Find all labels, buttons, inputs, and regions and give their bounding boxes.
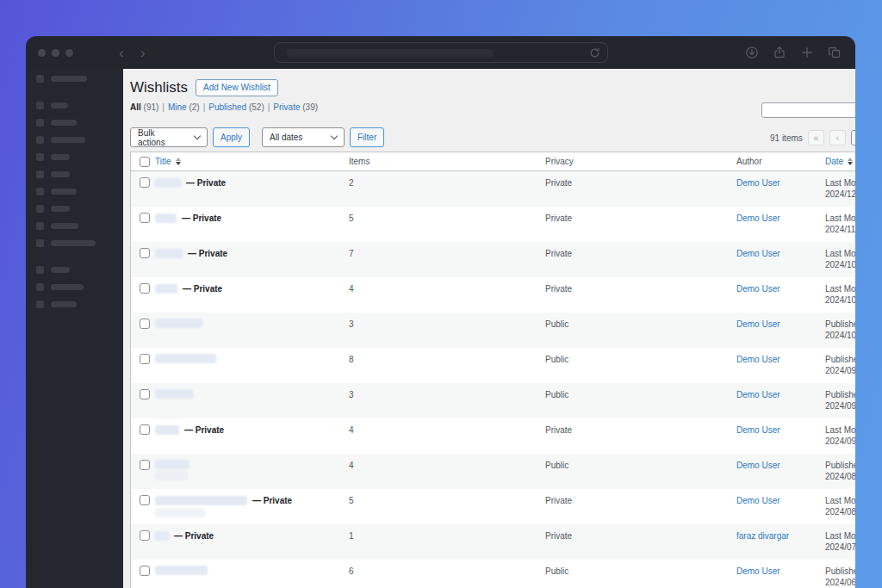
table-row: 3PublicDemo UserPublished2024/10/ (131, 313, 855, 348)
author-link[interactable]: Demo User (736, 566, 780, 576)
new-tab-icon[interactable] (800, 46, 814, 59)
row-checkbox[interactable] (140, 530, 150, 541)
wishlist-title-link[interactable] (155, 460, 349, 469)
row-checkbox[interactable] (140, 424, 150, 435)
row-checkbox[interactable] (140, 283, 150, 294)
prev-page-button[interactable]: ‹ (829, 130, 846, 145)
wishlist-title-link[interactable] (155, 319, 349, 328)
sidebar-menu-item[interactable] (26, 131, 123, 148)
author-cell: Demo User (736, 383, 825, 418)
menu-item-icon (36, 119, 44, 127)
wishlist-title-link[interactable]: — Private (155, 424, 349, 436)
bulk-actions-select[interactable]: Bulk actions (130, 127, 208, 147)
wishlist-title-link[interactable]: — Private (155, 495, 349, 506)
sidebar-menu-item[interactable] (26, 217, 123, 234)
row-checkbox[interactable] (140, 213, 150, 223)
wishlist-title-link[interactable] (155, 354, 349, 363)
post-state-private: — Private (182, 213, 221, 224)
filter-link-private[interactable]: Private (39) (273, 102, 318, 112)
reload-icon[interactable] (588, 46, 601, 63)
menu-item-label-placeholder (51, 154, 70, 160)
share-icon[interactable] (773, 46, 786, 59)
filter-label: Mine (168, 102, 187, 112)
author-link[interactable]: Demo User (736, 214, 780, 223)
sidebar-menu-item[interactable] (26, 200, 123, 217)
author-cell: Demo User (736, 171, 825, 207)
row-checkbox[interactable] (140, 248, 150, 258)
row-checkbox[interactable] (140, 354, 150, 364)
download-icon[interactable] (745, 46, 759, 59)
author-link[interactable]: Demo User (736, 496, 780, 505)
author-link[interactable]: faraz divargar (736, 531, 789, 541)
title-placeholder (155, 425, 179, 435)
menu-item-label-placeholder (51, 301, 77, 307)
tab-overview-icon[interactable] (828, 46, 842, 59)
filter-separator: | (203, 102, 206, 112)
wishlist-title-link[interactable]: — Private (155, 213, 349, 224)
forward-button[interactable]: › (140, 36, 146, 69)
first-page-button[interactable]: « (808, 130, 824, 145)
sidebar-menu-item[interactable] (26, 278, 123, 295)
sidebar-menu-item[interactable] (26, 183, 123, 200)
sidebar-menu-item[interactable] (26, 165, 123, 183)
column-header-date[interactable]: Date (825, 156, 853, 167)
window-control-dot[interactable] (65, 49, 73, 57)
row-checkbox[interactable] (140, 566, 150, 576)
wishlist-title-link[interactable] (155, 389, 349, 399)
date-filter-select[interactable]: All dates (262, 127, 345, 147)
wishlist-title-link[interactable]: — Private (155, 248, 349, 259)
sidebar-menu-item[interactable] (26, 70, 123, 87)
row-checkbox[interactable] (140, 389, 150, 399)
menu-item-icon (36, 266, 44, 274)
add-new-wishlist-button[interactable]: Add New Wishlist (196, 79, 278, 96)
sidebar-menu-item[interactable] (26, 261, 123, 278)
privacy-cell: Private (545, 524, 736, 560)
table-header-row: Title Items Privacy Author Date (131, 152, 855, 171)
row-checkbox[interactable] (140, 460, 150, 470)
date-cell: Published2024/08/ (825, 454, 855, 489)
author-link[interactable]: Demo User (736, 319, 780, 329)
search-input[interactable] (761, 102, 855, 118)
menu-item-icon (36, 239, 44, 247)
author-link[interactable]: Demo User (736, 390, 780, 399)
wishlist-title-link[interactable]: — Private (155, 530, 349, 542)
sidebar-menu-item[interactable] (26, 295, 123, 313)
wishlist-title-link[interactable]: — Private (155, 283, 349, 294)
column-header-title[interactable]: Title (155, 156, 181, 167)
address-bar[interactable] (274, 42, 608, 63)
privacy-cell: Private (545, 242, 736, 277)
filter-link-published[interactable]: Published (52) (208, 102, 264, 112)
sidebar-menu-item[interactable] (26, 96, 123, 114)
table-row: — Private5PrivateDemo UserLast Mod2024/0… (131, 489, 855, 524)
filter-link-mine[interactable]: Mine (2) (168, 102, 200, 112)
date-value: 2024/09/ (825, 400, 855, 412)
table-row: — Private7PrivateDemo UserLast Mod2024/1… (131, 242, 855, 277)
wishlist-title-link[interactable] (155, 566, 349, 575)
sidebar-menu-item[interactable] (26, 114, 123, 131)
sidebar-menu-item[interactable] (26, 234, 123, 251)
author-link[interactable]: Demo User (736, 461, 780, 470)
filter-link-all[interactable]: All (91) (130, 102, 158, 112)
current-page-input[interactable] (851, 130, 855, 145)
row-checkbox[interactable] (140, 177, 150, 188)
author-link[interactable]: Demo User (736, 425, 780, 435)
author-link[interactable]: Demo User (736, 284, 780, 294)
window-control-dot[interactable] (52, 49, 59, 57)
title-placeholder (155, 460, 189, 469)
checkbox-cell (131, 171, 155, 207)
menu-item-icon (36, 75, 44, 83)
checkbox-cell (131, 313, 155, 348)
select-all-checkbox[interactable] (140, 157, 150, 167)
author-link[interactable]: Demo User (736, 355, 780, 364)
wishlist-title-link[interactable]: — Private (155, 177, 349, 189)
title-cell: — Private (155, 418, 349, 454)
row-checkbox[interactable] (140, 495, 150, 505)
filter-button[interactable]: Filter (350, 127, 384, 147)
author-link[interactable]: Demo User (736, 178, 780, 188)
back-button[interactable]: ‹ (119, 36, 124, 69)
row-checkbox[interactable] (140, 319, 150, 329)
author-link[interactable]: Demo User (736, 249, 780, 258)
sidebar-menu-item[interactable] (26, 148, 123, 165)
apply-button[interactable]: Apply (213, 127, 250, 147)
window-control-dot[interactable] (38, 49, 46, 57)
